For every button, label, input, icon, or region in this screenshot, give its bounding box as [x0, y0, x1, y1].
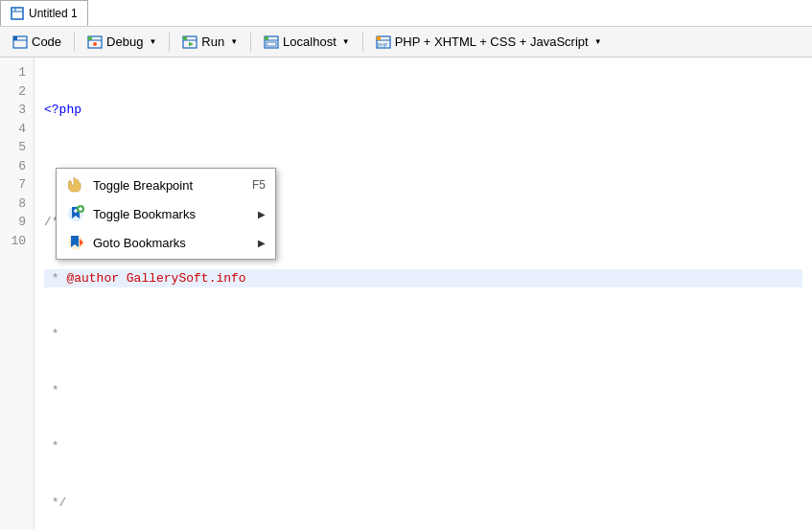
separator-2	[169, 33, 170, 52]
lang-button[interactable]: PHP PHP + XHTML + CSS + JavaScript ▼	[367, 30, 611, 55]
debug-icon	[87, 34, 103, 50]
svg-rect-5	[13, 36, 17, 40]
svg-text:PHP: PHP	[378, 42, 388, 48]
hand-icon	[66, 175, 85, 195]
svg-rect-16	[265, 36, 268, 40]
code-line-6: *	[44, 381, 802, 401]
svg-rect-12	[183, 36, 187, 40]
lang-icon: PHP	[376, 34, 391, 50]
toggle-breakpoint-label: Toggle Breakpoint	[93, 178, 244, 193]
toolbar: Code Debug ▼ Run ▼ Local	[0, 27, 812, 58]
code-line-5: *	[44, 325, 802, 344]
menu-item-toggle-bookmarks[interactable]: Toggle Bookmarks ▶	[57, 199, 275, 228]
line-numbers: 1 2 3 4 5 6 7 8 9 10	[0, 58, 35, 529]
toggle-bookmarks-arrow: ▶	[258, 209, 266, 219]
svg-point-9	[93, 42, 97, 46]
code-icon	[12, 34, 28, 50]
separator-3	[250, 33, 251, 52]
tab-label: Untitled 1	[29, 7, 78, 20]
code-label: Code	[32, 34, 61, 49]
svg-rect-20	[377, 36, 381, 40]
svg-marker-13	[189, 41, 194, 46]
context-menu: Toggle Breakpoint F5 Toggle Bookmarks ▶	[56, 168, 276, 260]
debug-button[interactable]: Debug ▼	[79, 30, 165, 55]
run-label: Run	[201, 34, 224, 49]
svg-rect-8	[88, 36, 92, 40]
menu-item-goto-bookmarks[interactable]: Goto Bookmarks ▶	[57, 228, 275, 257]
code-line-7: *	[44, 437, 802, 456]
lang-arrow: ▼	[594, 37, 602, 46]
svg-rect-17	[267, 42, 276, 46]
goto-bookmarks-label: Goto Bookmarks	[93, 236, 250, 250]
code-line-8: */	[44, 494, 802, 513]
separator-4	[362, 33, 363, 52]
debug-arrow: ▼	[149, 37, 156, 46]
toggle-bookmarks-label: Toggle Bookmarks	[93, 207, 250, 221]
localhost-button[interactable]: Localhost ▼	[255, 30, 359, 55]
code-line-4: * @author GallerySoft.info	[44, 269, 802, 288]
localhost-icon	[264, 34, 279, 50]
menu-item-toggle-breakpoint[interactable]: Toggle Breakpoint F5	[57, 171, 275, 199]
svg-rect-0	[12, 8, 23, 19]
run-arrow: ▼	[230, 37, 238, 46]
tab-untitled[interactable]: Untitled 1	[0, 0, 88, 26]
run-button[interactable]: Run ▼	[174, 30, 246, 55]
localhost-label: Localhost	[283, 34, 336, 49]
tab-icon	[11, 7, 24, 20]
lang-label: PHP + XHTML + CSS + JavaScript	[395, 34, 589, 49]
debug-label: Debug	[106, 34, 143, 49]
bookmark-go-icon	[66, 233, 85, 252]
code-line-1: <?php	[44, 101, 802, 120]
localhost-arrow: ▼	[342, 37, 350, 46]
editor-area[interactable]: 1 2 3 4 5 6 7 8 9 10 <?php /** * @author…	[0, 58, 812, 529]
toggle-breakpoint-shortcut: F5	[252, 178, 266, 192]
title-bar: Untitled 1	[0, 0, 812, 27]
bookmark-add-icon	[66, 204, 85, 223]
run-icon	[182, 34, 197, 50]
code-content[interactable]: <?php /** * @author GallerySoft.info * *…	[35, 58, 812, 529]
separator-1	[74, 33, 75, 52]
goto-bookmarks-arrow: ▶	[258, 238, 266, 248]
code-button[interactable]: Code	[4, 30, 70, 55]
